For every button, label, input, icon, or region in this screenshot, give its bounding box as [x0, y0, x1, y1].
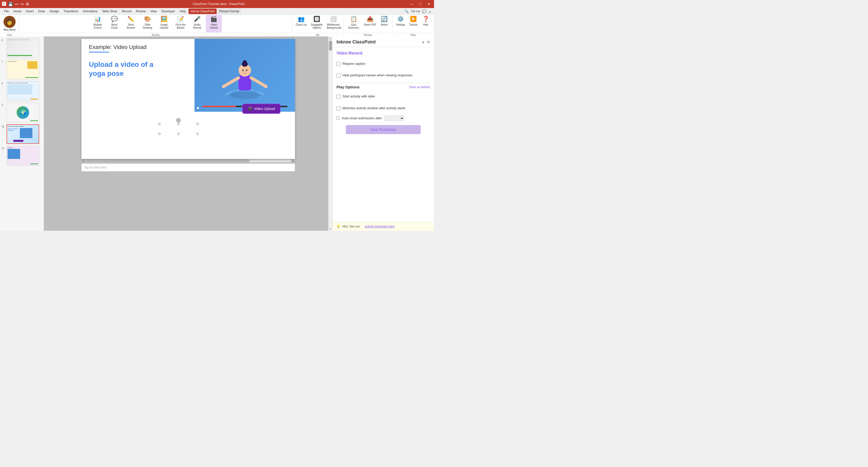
- h-scroll-track[interactable]: [86, 160, 291, 162]
- minimize-window-row: Minimize activity window after activity …: [337, 104, 430, 112]
- slide-item-11[interactable]: 11 Example: [1, 145, 43, 166]
- short-answer-label: Short Answer: [124, 23, 137, 29]
- require-caption-checkbox[interactable]: [337, 62, 341, 66]
- slide-panel: 6 Upload an image of a yoga pose 7 Compl…: [0, 36, 44, 231]
- video-upload-activity-button[interactable]: 🎬 Video Upload: [242, 104, 281, 114]
- slide-item-9[interactable]: 9 🌍: [1, 102, 43, 123]
- image-upload-icon: 🖼️: [161, 16, 167, 22]
- fill-blanks-button[interactable]: 📝 Fill in the Blanks: [173, 15, 189, 32]
- menu-slideshow[interactable]: Slide Show: [100, 8, 119, 14]
- menu-view[interactable]: View: [148, 8, 159, 14]
- menu-help[interactable]: Help: [178, 8, 188, 14]
- menu-file[interactable]: File: [2, 8, 11, 14]
- scroll-right-arrow[interactable]: ▶: [292, 159, 295, 163]
- panel-controls: ∨ ✕: [422, 40, 430, 44]
- multiple-choice-button[interactable]: 📊 Multiple Choice: [90, 15, 106, 32]
- resize-handle-br[interactable]: [196, 133, 198, 135]
- class-list-button[interactable]: 👥 Class List: [294, 15, 308, 32]
- minimize-window-checkbox[interactable]: [337, 106, 341, 110]
- slide-item-6[interactable]: 6 Upload an image of a yoga pose: [1, 37, 43, 58]
- resize-handle-bl[interactable]: [158, 133, 160, 135]
- scroll-down-arrow[interactable]: ▼: [329, 227, 332, 231]
- word-cloud-button[interactable]: 💬 Word Cloud: [106, 15, 122, 32]
- scroll-up-arrow[interactable]: ▲: [329, 36, 332, 40]
- settings-button[interactable]: ⚙️ Settings: [395, 15, 407, 32]
- menu-picture-format[interactable]: Picture Format: [217, 8, 241, 14]
- ribbon-user-section: 👩 Miss Marie User: [0, 15, 19, 36]
- slide-thumb-9: 🌍: [6, 103, 39, 122]
- search-icon[interactable]: 🔍: [404, 9, 409, 13]
- customize-icon[interactable]: ⚙: [26, 2, 29, 6]
- panel-collapse-button[interactable]: ∨: [422, 40, 425, 44]
- horizontal-scrollbar: ◀ ▶: [82, 159, 295, 163]
- video-upload-element[interactable]: ↻ 🎬 Video Upload: [159, 124, 198, 134]
- resize-handle-tc[interactable]: [178, 123, 180, 125]
- reset-icon: 🔄: [381, 16, 388, 22]
- rotate-handle[interactable]: ↻: [177, 118, 180, 122]
- undo-icon[interactable]: ↩: [15, 2, 18, 6]
- titlebar-right: — □ ✕: [408, 2, 432, 6]
- auto-close-checkbox[interactable]: [337, 116, 340, 120]
- panel-close-button[interactable]: ✕: [427, 40, 430, 44]
- share-pdf-button[interactable]: 📤 Share PDF: [362, 15, 377, 32]
- play-icon[interactable]: ▶: [197, 106, 200, 110]
- image-upload-button[interactable]: 🖼️ Image Upload: [156, 15, 172, 32]
- notes-bar[interactable]: Tap to add notes: [82, 163, 295, 171]
- audio-record-button[interactable]: 🎤 Audio Record: [189, 15, 205, 32]
- tutorial-icon: ▶️: [410, 16, 417, 22]
- view-responses-button[interactable]: View Responses: [346, 125, 421, 134]
- menu-design[interactable]: Design: [48, 8, 61, 14]
- menu-insert[interactable]: Insert: [24, 8, 35, 14]
- menu-animations[interactable]: Animations: [81, 8, 99, 14]
- close-button[interactable]: ✕: [426, 2, 432, 6]
- user-avatar-button[interactable]: 👩 Miss Marie: [2, 15, 17, 32]
- short-answer-button[interactable]: ✏️ Short Answer: [123, 15, 139, 32]
- ribbon-collapse-button[interactable]: ∧: [429, 10, 431, 14]
- save-icon[interactable]: 💾: [8, 2, 13, 6]
- menu-home[interactable]: Home: [11, 8, 23, 14]
- slide-drawing-button[interactable]: 🎨 Slide Drawing: [140, 15, 156, 32]
- resize-handle-tr[interactable]: [196, 123, 198, 125]
- main-area: 6 Upload an image of a yoga pose 7 Compl…: [0, 36, 434, 231]
- slide-item-10[interactable]: 10 Example: Video Upload Upload a video …: [1, 124, 43, 144]
- help-button[interactable]: ❓ Help: [420, 15, 432, 32]
- ribbon-settings-section: ⚙️ Settings ▶️ Tutorial ❓ Help Help: [393, 15, 434, 36]
- minimize-window-label: Minimize activity window after activity …: [343, 106, 405, 110]
- scroll-thumb[interactable]: [329, 41, 332, 51]
- svg-point-4: [243, 60, 247, 64]
- short-answer-icon: ✏️: [127, 16, 134, 22]
- menu-developer[interactable]: Developer: [159, 8, 177, 14]
- menu-inknoe-classpoint[interactable]: Inknoe ClassPoint: [188, 8, 217, 14]
- menu-review[interactable]: Review: [134, 8, 148, 14]
- quiz-summary-button[interactable]: 📋 Quiz Summary: [345, 15, 362, 32]
- whiteboard-backgrounds-button[interactable]: ⬜ Whiteboard Backgrounds: [325, 15, 341, 32]
- maximize-button[interactable]: □: [418, 2, 423, 6]
- slide-item-7[interactable]: 7 Complete the: [1, 59, 43, 79]
- hint-link[interactable]: activity examples here: [365, 225, 395, 228]
- menu-record[interactable]: Record: [120, 8, 133, 14]
- auto-close-select[interactable]: 1 min 5 min 10 min 15 min 30 min: [384, 115, 404, 121]
- scroll-left-arrow[interactable]: ◀: [82, 159, 85, 163]
- tell-me[interactable]: Tell me: [411, 9, 420, 13]
- hide-names-checkbox[interactable]: [337, 73, 341, 77]
- resize-handle-bc[interactable]: [178, 133, 180, 135]
- start-with-slide-checkbox[interactable]: [337, 95, 341, 99]
- tutorial-button[interactable]: ▶️ Tutorial: [407, 15, 419, 32]
- slide-item-8[interactable]: 8 Drawing on a change over time slide: [1, 80, 43, 101]
- menu-transitions[interactable]: Transitions: [62, 8, 80, 14]
- resize-handle-tl[interactable]: [158, 123, 160, 125]
- reset-button[interactable]: 🔄 Reset: [378, 15, 390, 32]
- class-list-label: Class List: [296, 23, 307, 26]
- minimize-button[interactable]: —: [408, 2, 415, 6]
- slide-thumb-8: Drawing on a change over time slide: [6, 81, 39, 101]
- vertical-scrollbar[interactable]: ▲ ▼: [328, 36, 332, 231]
- h-scroll-thumb[interactable]: [86, 160, 250, 162]
- draggable-objects-button[interactable]: 🔲 Draggable Objects: [309, 15, 325, 32]
- save-default-link[interactable]: Save as default: [409, 86, 430, 89]
- panel-title: Inknoe ClassPoint: [337, 39, 376, 45]
- word-cloud-label: Word Cloud: [108, 23, 121, 29]
- redo-icon[interactable]: ↪: [20, 2, 24, 6]
- video-upload-button[interactable]: 🎬 Video Upload: [206, 15, 222, 32]
- comments-icon[interactable]: 💬: [422, 9, 427, 13]
- menu-draw[interactable]: Draw: [36, 8, 47, 14]
